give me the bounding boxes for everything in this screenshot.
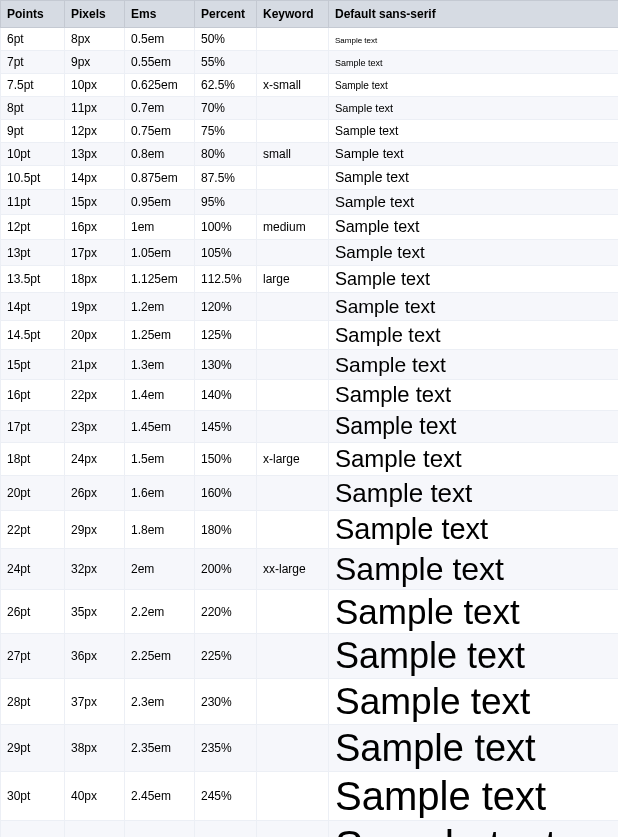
cell-keyword: [257, 380, 329, 411]
cell-keyword: [257, 28, 329, 51]
sample-text: Sample text: [335, 218, 419, 235]
cell-keyword: [257, 679, 329, 725]
table-row: 9pt12px0.75em75%Sample text: [1, 120, 619, 143]
sample-text: Sample text: [335, 445, 462, 472]
cell-pixels: 10px: [65, 74, 125, 97]
cell-ems: 2.55em: [125, 821, 195, 838]
sample-text: Sample text: [335, 36, 377, 45]
cell-sample: Sample text: [329, 821, 619, 838]
sample-text: Sample text: [335, 413, 456, 439]
cell-points: 16pt: [1, 380, 65, 411]
cell-pixels: 40px: [65, 772, 125, 821]
cell-pixels: 11px: [65, 97, 125, 120]
sample-text: Sample text: [335, 80, 388, 91]
cell-sample: Sample text: [329, 350, 619, 380]
cell-ems: 2.3em: [125, 679, 195, 725]
cell-points: 14pt: [1, 293, 65, 321]
sample-text: Sample text: [335, 146, 404, 161]
cell-percent: 105%: [195, 240, 257, 266]
cell-sample: Sample text: [329, 411, 619, 443]
cell-points: 20pt: [1, 476, 65, 511]
cell-sample: Sample text: [329, 166, 619, 190]
sample-text: Sample text: [335, 269, 430, 289]
cell-ems: 1.3em: [125, 350, 195, 380]
cell-percent: 180%: [195, 511, 257, 549]
cell-points: 24pt: [1, 549, 65, 590]
table-row: 14.5pt20px1.25em125%Sample text: [1, 321, 619, 350]
table-row: 10.5pt14px0.875em87.5%Sample text: [1, 166, 619, 190]
cell-ems: 0.8em: [125, 143, 195, 166]
table-row: 12pt16px1em100%mediumSample text: [1, 215, 619, 240]
table-row: 6pt8px0.5em50%Sample text: [1, 28, 619, 51]
cell-percent: 200%: [195, 549, 257, 590]
cell-points: 13pt: [1, 240, 65, 266]
cell-points: 28pt: [1, 679, 65, 725]
cell-pixels: 12px: [65, 120, 125, 143]
cell-pixels: 22px: [65, 380, 125, 411]
cell-percent: 225%: [195, 634, 257, 679]
cell-sample: Sample text: [329, 772, 619, 821]
cell-points: 7pt: [1, 51, 65, 74]
sample-text: Sample text: [335, 478, 472, 508]
cell-sample: Sample text: [329, 120, 619, 143]
cell-pixels: 19px: [65, 293, 125, 321]
cell-ems: 1em: [125, 215, 195, 240]
cell-pixels: 14px: [65, 166, 125, 190]
cell-sample: Sample text: [329, 443, 619, 476]
cell-percent: 145%: [195, 411, 257, 443]
header-keyword: Keyword: [257, 1, 329, 28]
sample-text: Sample text: [335, 243, 425, 262]
cell-pixels: 8px: [65, 28, 125, 51]
cell-ems: 2em: [125, 549, 195, 590]
cell-ems: 1.05em: [125, 240, 195, 266]
header-sample: Default sans-serif: [329, 1, 619, 28]
cell-pixels: 36px: [65, 634, 125, 679]
cell-pixels: 26px: [65, 476, 125, 511]
table-row: 7pt9px0.55em55%Sample text: [1, 51, 619, 74]
cell-keyword: [257, 411, 329, 443]
cell-points: 14.5pt: [1, 321, 65, 350]
cell-sample: Sample text: [329, 380, 619, 411]
cell-percent: 230%: [195, 679, 257, 725]
cell-pixels: 13px: [65, 143, 125, 166]
sample-text: Sample text: [335, 382, 451, 407]
cell-ems: 0.875em: [125, 166, 195, 190]
cell-sample: Sample text: [329, 143, 619, 166]
cell-pixels: 32px: [65, 549, 125, 590]
cell-sample: Sample text: [329, 634, 619, 679]
header-points: Points: [1, 1, 65, 28]
table-row: 30pt40px2.45em245%Sample text: [1, 772, 619, 821]
cell-sample: Sample text: [329, 266, 619, 293]
cell-sample: Sample text: [329, 190, 619, 215]
cell-keyword: [257, 350, 329, 380]
header-pixels: Pixels: [65, 1, 125, 28]
cell-pixels: 20px: [65, 321, 125, 350]
cell-keyword: x-large: [257, 443, 329, 476]
cell-ems: 0.625em: [125, 74, 195, 97]
table-row: 22pt29px1.8em180%Sample text: [1, 511, 619, 549]
cell-ems: 0.75em: [125, 120, 195, 143]
cell-percent: 140%: [195, 380, 257, 411]
sample-text: Sample text: [335, 822, 557, 837]
table-row: 16pt22px1.4em140%Sample text: [1, 380, 619, 411]
cell-sample: Sample text: [329, 725, 619, 772]
cell-percent: 220%: [195, 590, 257, 634]
table-row: 28pt37px2.3em230%Sample text: [1, 679, 619, 725]
cell-pixels: 21px: [65, 350, 125, 380]
table-header-row: Points Pixels Ems Percent Keyword Defaul…: [1, 1, 619, 28]
cell-keyword: [257, 634, 329, 679]
cell-keyword: [257, 476, 329, 511]
table-row: 7.5pt10px0.625em62.5%x-smallSample text: [1, 74, 619, 97]
sample-text: Sample text: [335, 324, 441, 346]
cell-sample: Sample text: [329, 321, 619, 350]
sample-text: Sample text: [335, 102, 393, 114]
cell-keyword: [257, 51, 329, 74]
cell-points: 6pt: [1, 28, 65, 51]
cell-points: 10.5pt: [1, 166, 65, 190]
table-row: 26pt35px2.2em220%Sample text: [1, 590, 619, 634]
table-row: 18pt24px1.5em150%x-largeSample text: [1, 443, 619, 476]
sample-text: Sample text: [335, 169, 409, 185]
cell-keyword: x-small: [257, 74, 329, 97]
cell-pixels: 37px: [65, 679, 125, 725]
cell-points: 11pt: [1, 190, 65, 215]
